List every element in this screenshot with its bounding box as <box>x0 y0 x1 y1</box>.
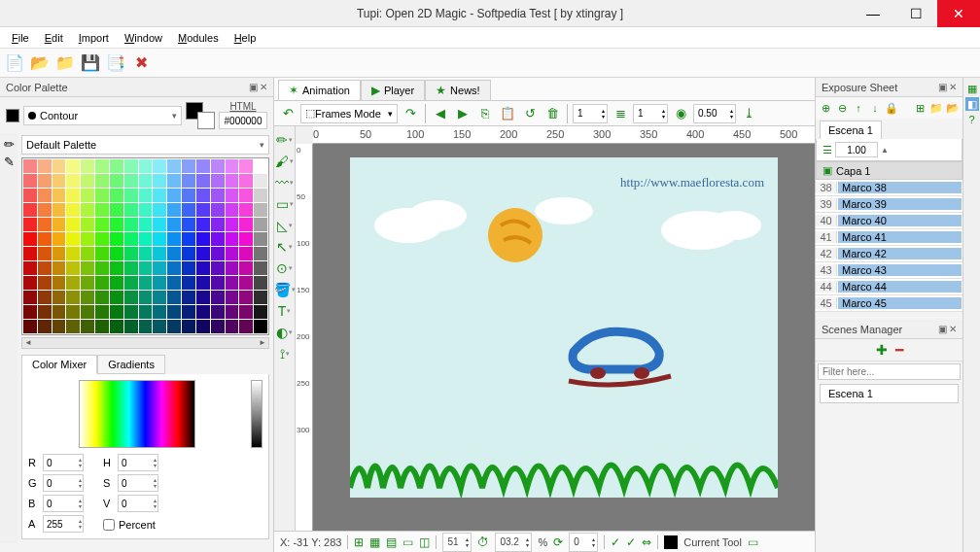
color-swatch[interactable] <box>196 247 210 260</box>
color-swatch[interactable] <box>124 320 138 333</box>
color-swatch[interactable] <box>38 203 52 217</box>
color-swatch[interactable] <box>254 305 267 319</box>
color-swatch[interactable] <box>124 291 138 304</box>
color-swatch[interactable] <box>81 232 94 246</box>
menu-file[interactable]: File <box>4 30 37 46</box>
color-swatch[interactable] <box>38 261 52 275</box>
color-swatch[interactable] <box>153 232 166 246</box>
color-swatch[interactable] <box>226 276 239 290</box>
check2-icon[interactable]: ✓ <box>626 535 636 549</box>
color-swatch[interactable] <box>124 261 138 275</box>
color-swatch[interactable] <box>167 247 181 260</box>
color-swatch[interactable] <box>167 232 181 246</box>
grid-icon[interactable]: ⊞ <box>354 535 364 549</box>
s-spinner[interactable]: 0 <box>118 474 158 492</box>
color-swatch[interactable] <box>52 320 66 333</box>
frame-row[interactable]: 39Marco 39 <box>816 196 962 213</box>
color-swatch[interactable] <box>139 218 153 231</box>
color-mode-select[interactable]: Contour <box>23 106 182 125</box>
color-swatch[interactable] <box>23 276 37 290</box>
color-swatch[interactable] <box>110 203 123 217</box>
color-swatch[interactable] <box>139 305 153 319</box>
color-swatch[interactable] <box>211 174 225 188</box>
color-swatch[interactable] <box>167 174 181 188</box>
dock-icon[interactable]: ▣ <box>938 82 947 92</box>
undo-icon[interactable]: ↶ <box>278 104 298 123</box>
menu-modules[interactable]: Modules <box>170 30 227 46</box>
exp-lock-icon[interactable]: 🔒 <box>884 100 899 116</box>
color-swatch[interactable] <box>38 291 52 304</box>
color-swatch[interactable] <box>81 261 94 275</box>
range-icon[interactable]: ⇔ <box>642 535 651 549</box>
close-panel-icon[interactable]: ✕ <box>260 82 267 92</box>
color-swatch[interactable] <box>81 276 94 290</box>
polyline-tool-icon[interactable]: ◺ <box>276 216 294 235</box>
color-swatch[interactable] <box>81 247 94 260</box>
color-swatch[interactable] <box>38 305 52 319</box>
color-swatch[interactable] <box>23 174 37 188</box>
color-swatch[interactable] <box>153 247 166 260</box>
color-swatch[interactable] <box>196 189 210 202</box>
b-spinner[interactable]: 0 <box>43 495 84 512</box>
h-spinner[interactable]: 0 <box>118 454 158 471</box>
color-swatch[interactable] <box>139 276 153 290</box>
color-swatch[interactable] <box>81 159 94 173</box>
swatch-scrollbar[interactable] <box>21 337 269 349</box>
color-swatch[interactable] <box>182 276 195 290</box>
color-swatch[interactable] <box>95 232 109 246</box>
color-swatch[interactable] <box>254 247 267 260</box>
dock-help-icon[interactable]: ? <box>965 113 979 126</box>
status-fps-spinner[interactable]: 51 <box>442 533 472 552</box>
color-swatch[interactable] <box>139 203 153 217</box>
color-swatch[interactable] <box>239 305 253 319</box>
color-swatch[interactable] <box>254 174 267 188</box>
frame-row[interactable]: 44Marco 44 <box>816 279 962 295</box>
color-swatch[interactable] <box>239 218 253 231</box>
color-swatch[interactable] <box>167 261 181 275</box>
color-swatch[interactable] <box>110 291 123 304</box>
color-swatch[interactable] <box>226 203 239 217</box>
color-swatch[interactable] <box>239 261 253 275</box>
color-swatch[interactable] <box>66 218 80 231</box>
color-swatch[interactable] <box>124 247 138 260</box>
color-swatch[interactable] <box>95 276 109 290</box>
percent-checkbox[interactable] <box>103 519 115 531</box>
palette-name-select[interactable]: Default Palette <box>21 135 269 155</box>
color-swatch[interactable] <box>52 203 66 217</box>
color-swatch[interactable] <box>211 232 225 246</box>
color-swatch[interactable] <box>110 305 123 319</box>
menu-edit[interactable]: Edit <box>37 30 71 46</box>
color-swatch[interactable] <box>66 305 80 319</box>
color-swatch[interactable] <box>23 232 37 246</box>
color-swatch[interactable] <box>95 320 109 333</box>
color-swatch[interactable] <box>167 203 181 217</box>
color-swatch[interactable] <box>81 305 94 319</box>
grid2-icon[interactable]: ▦ <box>369 535 380 549</box>
status-zoom-spinner[interactable]: 03.2 <box>495 533 532 552</box>
color-swatch[interactable] <box>254 218 267 231</box>
color-swatch[interactable] <box>110 261 123 275</box>
color-swatch[interactable] <box>95 159 109 173</box>
new-icon[interactable]: 📄 <box>4 52 25 74</box>
color-swatch[interactable] <box>52 291 66 304</box>
maximize-button[interactable]: ☐ <box>894 0 937 27</box>
color-swatch[interactable] <box>153 261 166 275</box>
color-swatch[interactable] <box>153 291 166 304</box>
color-swatch[interactable] <box>254 203 267 217</box>
color-swatch[interactable] <box>167 320 181 333</box>
color-swatch[interactable] <box>182 189 195 202</box>
spin-1[interactable]: 1 <box>573 104 608 123</box>
save-as-icon[interactable]: 📑 <box>105 52 126 74</box>
import-icon[interactable]: ⤓ <box>739 104 758 123</box>
current-color-swatch[interactable] <box>6 109 19 122</box>
color-swatch[interactable] <box>66 174 80 188</box>
color-swatch[interactable] <box>38 189 52 202</box>
color-swatch[interactable] <box>139 261 153 275</box>
color-swatch[interactable] <box>66 203 80 217</box>
save-icon[interactable]: 💾 <box>80 52 101 74</box>
tab-color-mixer[interactable]: Color Mixer <box>21 355 97 374</box>
color-swatch[interactable] <box>226 305 239 319</box>
color-swatch[interactable] <box>95 203 109 217</box>
html-color-input[interactable] <box>219 112 267 129</box>
minimize-button[interactable]: — <box>852 0 894 27</box>
